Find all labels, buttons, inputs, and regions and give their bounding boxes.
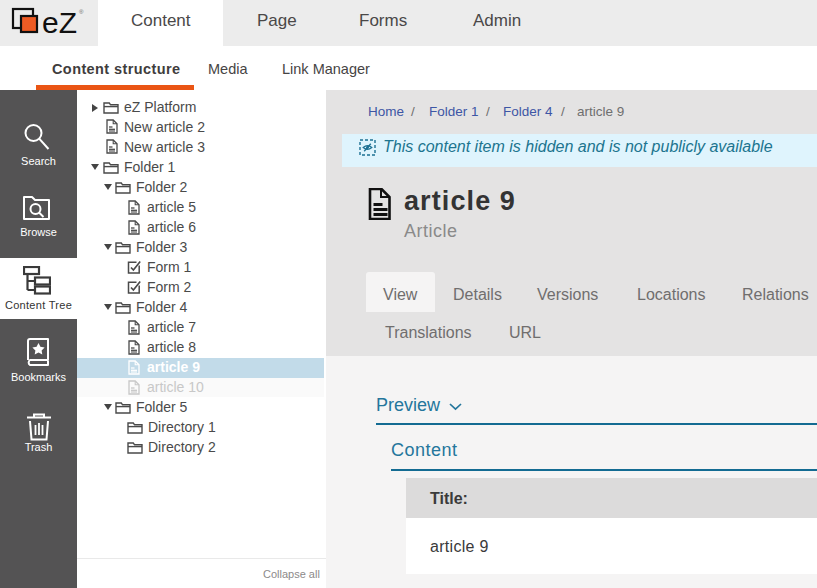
svg-text:®: ® [79, 9, 84, 15]
svg-text:eZ: eZ [42, 6, 77, 39]
